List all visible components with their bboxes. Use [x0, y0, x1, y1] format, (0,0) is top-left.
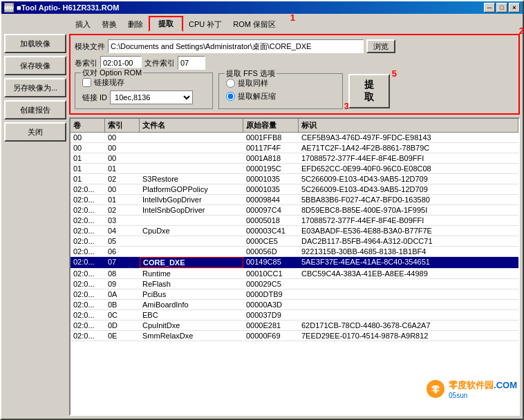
cell-name: PciBus	[140, 289, 243, 299]
cell-vol: 00	[71, 133, 105, 142]
cell-vol: 02:0...	[71, 216, 105, 225]
watermark: 零 零度软件园.COM 05sun	[425, 379, 517, 399]
table-row[interactable]: 02:0... 0D CpuInitDxe 0000E281 62D171CB-…	[71, 321, 518, 331]
extract-decompress-radio[interactable]	[226, 92, 235, 101]
extract-button[interactable]: 提取	[348, 74, 390, 108]
table-row[interactable]: 02:0... 00 PlatformGOPPolicy 00001035 5C…	[71, 184, 518, 195]
table-row[interactable]: 02:0... 0C EBC 000037D9	[71, 310, 518, 321]
cell-name: S3Restore	[140, 174, 243, 184]
save-image-as-button[interactable]: 另存映像为...	[4, 78, 66, 97]
main-window: MW ■Tool Aptio- H61ZR331.ROM ─ □ × 插入 替换…	[0, 0, 524, 420]
cell-vol: 02:0...	[71, 279, 105, 289]
table-row[interactable]: 00 00 0001FFB8 CEF5B9A3-476D-497F-9FDC-E…	[71, 133, 518, 143]
cell-size: 0000195C	[243, 164, 299, 173]
cell-size: 000029C5	[243, 279, 299, 289]
cell-vol: 02:0...	[71, 236, 105, 246]
file-index-input[interactable]	[178, 56, 205, 70]
table-body[interactable]: 00 00 0001FFB8 CEF5B9A3-476D-497F-9FDC-E…	[71, 133, 518, 414]
create-report-button[interactable]: 创建报告	[4, 100, 66, 120]
minimize-button[interactable]: ─	[484, 3, 495, 12]
main-content: 加载映像 保存映像 另存映像为... 创建报告 关闭 2 模块文件 浏览 卷索引	[1, 31, 523, 419]
table-row[interactable]: 02:0... 03 00005018 17088572-377F-44EF-8…	[71, 216, 518, 226]
extract-same-radio[interactable]	[226, 79, 235, 88]
cell-name	[140, 143, 243, 153]
cell-name: Runtime	[140, 269, 243, 278]
cell-vol: 02:0...	[71, 257, 105, 268]
cell-id: EFD652CC-0E99-40F0-96C0-E08C08	[299, 164, 518, 173]
cell-vol: 01	[71, 164, 105, 173]
table-row[interactable]: 01 02 S3Restore 00001035 5C266009-E103-4…	[71, 174, 518, 184]
extract-btn-container: 提取 5	[348, 74, 390, 108]
table-row[interactable]: 02:0... 09 ReFlash 000029C5	[71, 279, 518, 289]
cell-idx: 08	[105, 269, 140, 278]
cell-size: 000097C4	[243, 205, 299, 215]
badge-2: 2	[519, 26, 524, 36]
module-file-input[interactable]	[108, 39, 364, 53]
left-panel: 加载映像 保存映像 另存映像为... 创建报告 关闭	[4, 34, 66, 416]
cell-idx: 09	[105, 279, 140, 289]
tab-extract[interactable]: 提取	[149, 16, 183, 32]
close-button[interactable]: ×	[509, 3, 520, 12]
cell-id: 17088572-377F-44EF-8F4E-B09FFI	[299, 153, 518, 163]
table-row[interactable]: 02:0... 0E SmmRelaxDxe 00000F69 7EED29EE…	[71, 331, 518, 341]
load-image-button[interactable]: 加载映像	[4, 34, 66, 53]
cell-id	[299, 279, 518, 289]
cell-vol: 02:0...	[71, 331, 105, 341]
cell-vol: 02:0...	[71, 269, 105, 278]
cell-name	[140, 236, 243, 246]
window-title: ■Tool Aptio- H61ZR331.ROM	[17, 3, 119, 12]
cell-idx: 00	[105, 184, 140, 194]
cell-idx: 00	[105, 133, 140, 142]
option-rom-group: 仅对 Option ROM 链接现存 链接 ID 10ec,8136	[75, 73, 213, 109]
menu-cpu-patch[interactable]: CPU 补丁	[183, 18, 227, 31]
menu-delete[interactable]: 删除	[122, 18, 149, 31]
cell-id: 8D59EBC8-B85E-400E-970A-1F995I	[299, 205, 518, 215]
table-row[interactable]: 02:0... 04 CpuDxe 000003C41 E03ABADF-E53…	[71, 226, 518, 236]
cell-idx: 0B	[105, 300, 140, 309]
module-file-label: 模块文件	[75, 41, 105, 52]
maximize-button[interactable]: □	[496, 3, 507, 12]
table-row[interactable]: 02:0... 06 000056D 9221315B-30BB-4685-81…	[71, 247, 518, 257]
extract-same-label: 提取同样	[238, 78, 268, 88]
table-row[interactable]: 02:0... 0A PciBus 0000DTB9	[71, 289, 518, 300]
table-row[interactable]: 00 00 00117F4F AE71TC2F-1A42-4F2B-8861-7…	[71, 143, 518, 153]
cell-size: 000003C41	[243, 226, 299, 236]
table-row[interactable]: 02:0... 08 Runtime 00010CC1 CBC59C4A-383…	[71, 269, 518, 279]
save-image-button[interactable]: 保存映像	[4, 56, 66, 75]
link-id-select[interactable]: 10ec,8136	[110, 90, 193, 104]
cell-size: 00005018	[243, 216, 299, 225]
col-header-vol: 卷	[71, 119, 105, 132]
menu-rom-reserve[interactable]: ROM 保留区	[227, 18, 281, 31]
watermark-domain: .COM	[494, 380, 517, 390]
table-row[interactable]: 02:0... 02 IntelSnbGopDriver 000097C4 8D…	[71, 205, 518, 216]
col-header-idx: 索引	[105, 119, 140, 132]
cell-size: 000056D	[243, 247, 299, 256]
browse-button[interactable]: 浏览	[366, 39, 395, 53]
title-controls: ─ □ ×	[484, 3, 520, 12]
table-row[interactable]: 01 00 0001A818 17088572-377F-44EF-8F4E-B…	[71, 153, 518, 164]
watermark-text: 零度软件园.COM 05sun	[449, 379, 517, 399]
cell-name: CORE_DXE	[140, 257, 243, 268]
cell-id	[299, 310, 518, 320]
cell-idx: 03	[105, 216, 140, 225]
link-existing-row: 链接现存	[82, 77, 205, 88]
cell-name: SmmRelaxDxe	[140, 331, 243, 341]
table-row[interactable]: 02:0... 07 CORE_DXE 00149C85 5AE3F37E-4E…	[71, 257, 518, 269]
table-row[interactable]: 02:0... 01 IntelIvbGopDriver 00009844 5B…	[71, 195, 518, 205]
menu-insert[interactable]: 插入	[70, 18, 96, 31]
table-row[interactable]: 02:0... 0B AmiBoardInfo 00000A3D	[71, 300, 518, 310]
cell-vol: 02:0...	[71, 310, 105, 320]
decompress-option-row: 提取解压缩	[226, 91, 335, 102]
table-row[interactable]: 02:0... 05 0000CE5 DAC2B117-B5FB-4964-A3…	[71, 236, 518, 247]
link-existing-checkbox[interactable]	[82, 78, 91, 87]
cell-idx: 0E	[105, 331, 140, 341]
close-button-left[interactable]: 关闭	[4, 122, 66, 142]
table-row[interactable]: 01 01 0000195C EFD652CC-0E99-40F0-96C0-E…	[71, 164, 518, 174]
cell-name	[140, 247, 243, 256]
menu-replace[interactable]: 替换	[96, 18, 122, 31]
cell-vol: 00	[71, 143, 105, 153]
module-file-row: 模块文件 浏览	[75, 39, 514, 53]
watermark-brand: 零度软件园	[449, 380, 494, 390]
ffs-options-group: 提取 FFS 选项 提取同样 提取解压缩 3	[218, 73, 343, 109]
cell-idx: 07	[105, 257, 140, 268]
